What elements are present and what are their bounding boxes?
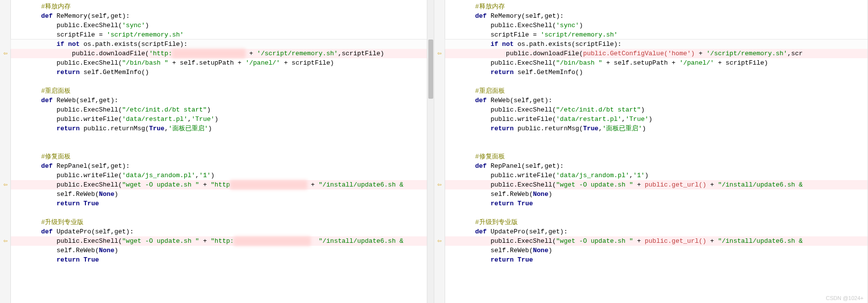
code-line[interactable]: def ReMemory(self,get): xyxy=(11,11,434,21)
code-line[interactable]: public.writeFile('data/restart.pl','True… xyxy=(11,114,434,124)
code-line[interactable]: def UpdatePro(self,get): xyxy=(445,227,868,236)
diff-arrow-icon[interactable]: ⇦ xyxy=(435,236,444,246)
code-line[interactable]: public.ExecShell("/bin/bash " + self.set… xyxy=(11,58,434,68)
code-line[interactable]: self.ReWeb(None) xyxy=(11,246,434,255)
code-line[interactable]: #修复面板 xyxy=(11,152,434,161)
code-line[interactable]: return public.returnMsg(True,'面板已重启') xyxy=(11,124,434,133)
right-diff-pane[interactable]: #释放内存 def ReMemory(self,get): public.Exe… xyxy=(434,0,868,303)
code-line[interactable]: #升级到专业版 xyxy=(11,218,434,227)
code-line[interactable]: return True xyxy=(445,199,868,208)
code-line[interactable]: public.writeFile('data/js_random.pl','1'… xyxy=(445,171,868,180)
code-line[interactable]: ⇦ public.ExecShell("wget -O update.sh " … xyxy=(445,236,868,246)
diff-arrow-icon[interactable]: ⇦ xyxy=(435,180,444,189)
code-line[interactable]: #修复面板 xyxy=(445,152,868,161)
code-line[interactable]: return public.returnMsg(True,'面板已重启') xyxy=(445,124,868,133)
code-line[interactable]: def UpdatePro(self,get): xyxy=(11,227,434,236)
code-line[interactable]: ⇦ public.downloadFile(public.GetConfigVa… xyxy=(445,49,868,58)
code-line[interactable]: if not os.path.exists(scriptFile): xyxy=(445,39,868,49)
code-line[interactable]: public.ExecShell('sync') xyxy=(11,21,434,30)
code-line[interactable] xyxy=(445,208,868,218)
code-line[interactable]: return self.GetMemInfo() xyxy=(11,68,434,77)
code-line[interactable]: if not os.path.exists(scriptFile): xyxy=(11,39,434,49)
diff-arrow-icon[interactable]: ⇦ xyxy=(435,49,444,58)
watermark: CSDN @1024+ xyxy=(826,295,864,301)
code-line[interactable]: #释放内存 xyxy=(445,2,868,11)
code-line[interactable]: #重启面板 xyxy=(11,86,434,96)
code-line[interactable]: ⇦ public.ExecShell("wget -O update.sh " … xyxy=(11,180,434,189)
code-line[interactable]: scriptFile = 'script/rememory.sh' xyxy=(445,30,868,39)
right-gutter xyxy=(434,0,445,303)
code-line[interactable]: def RepPanel(self,get): xyxy=(11,161,434,171)
diff-arrow-icon[interactable]: ⇦ xyxy=(1,49,10,58)
left-scrollbar[interactable] xyxy=(427,0,434,303)
code-line[interactable]: public.writeFile('data/js_random.pl','1'… xyxy=(11,171,434,180)
code-line[interactable]: self.ReWeb(None) xyxy=(445,189,868,199)
code-line[interactable] xyxy=(445,77,868,86)
diff-arrow-icon[interactable]: ⇦ xyxy=(1,236,10,246)
left-diff-pane[interactable]: #释放内存 def ReMemory(self,get): public.Exe… xyxy=(0,0,434,303)
code-line[interactable]: return self.GetMemInfo() xyxy=(445,68,868,77)
code-line[interactable]: def ReWeb(self,get): xyxy=(445,96,868,105)
code-line[interactable] xyxy=(11,77,434,86)
code-line[interactable]: ⇦ public.ExecShell("wget -O update.sh " … xyxy=(11,236,434,246)
code-line[interactable] xyxy=(445,133,868,143)
code-line[interactable]: return True xyxy=(445,255,868,265)
scrollbar-thumb[interactable] xyxy=(428,39,433,99)
code-line[interactable]: scriptFile = 'script/rememory.sh' xyxy=(11,30,434,39)
code-line[interactable]: self.ReWeb(None) xyxy=(11,189,434,199)
code-line[interactable]: public.ExecShell("/etc/init.d/bt start") xyxy=(445,105,868,114)
left-code-area[interactable]: #释放内存 def ReMemory(self,get): public.Exe… xyxy=(11,0,434,266)
code-line[interactable]: return True xyxy=(11,255,434,265)
code-line[interactable]: ⇦ public.downloadFile('http:xxxxxxxxxxxx… xyxy=(11,49,434,58)
code-line[interactable]: #升级到专业版 xyxy=(445,218,868,227)
code-line[interactable] xyxy=(11,143,434,152)
code-line[interactable]: def ReWeb(self,get): xyxy=(11,96,434,105)
code-line[interactable] xyxy=(11,208,434,218)
code-line[interactable]: #释放内存 xyxy=(11,2,434,11)
code-line[interactable]: public.writeFile('data/restart.pl','True… xyxy=(445,114,868,124)
code-line[interactable]: self.ReWeb(None) xyxy=(445,246,868,255)
code-line[interactable]: return True xyxy=(11,199,434,208)
code-line[interactable]: def ReMemory(self,get): xyxy=(445,11,868,21)
code-line[interactable] xyxy=(445,143,868,152)
left-gutter xyxy=(0,0,11,303)
right-code-area[interactable]: #释放内存 def ReMemory(self,get): public.Exe… xyxy=(445,0,868,266)
diff-arrow-icon[interactable]: ⇦ xyxy=(1,180,10,189)
code-line[interactable]: ⇦ public.ExecShell("wget -O update.sh " … xyxy=(445,180,868,189)
code-line[interactable]: def RepPanel(self,get): xyxy=(445,161,868,171)
code-line[interactable]: public.ExecShell('sync') xyxy=(445,21,868,30)
code-line[interactable]: public.ExecShell("/bin/bash " + self.set… xyxy=(445,58,868,68)
code-line[interactable]: public.ExecShell("/etc/init.d/bt start") xyxy=(11,105,434,114)
code-line[interactable] xyxy=(11,133,434,143)
code-line[interactable]: #重启面板 xyxy=(445,86,868,96)
